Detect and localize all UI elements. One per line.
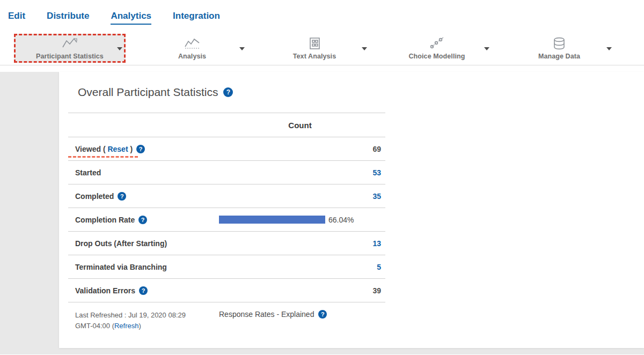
chevron-down-icon[interactable]	[239, 47, 245, 50]
last-refreshed: Last Refreshed : Jul 19, 2020 08:29 GMT-…	[75, 310, 219, 331]
scatter-chart-icon	[428, 36, 445, 50]
table-row-validation-errors: Validation Errors 39	[68, 279, 385, 302]
toolbar-item-text-analysis[interactable]: Text Analysis	[253, 33, 376, 63]
page: Edit Distribute Analytics Integration Pa…	[0, 0, 644, 355]
count-column-header: Count	[215, 121, 385, 130]
viewed-label: Viewed ( Reset )	[75, 145, 133, 153]
reset-link[interactable]: Reset	[107, 145, 128, 153]
last-refreshed-line1: Last Refreshed : Jul 19, 2020 08:29	[75, 311, 186, 319]
row-label: Validation Errors	[68, 286, 215, 295]
row-value: 35	[215, 192, 385, 201]
row-value: 53	[215, 168, 385, 177]
completed-label: Completed	[75, 192, 114, 201]
row-label: Completion Rate	[68, 216, 215, 224]
toolbar-label: Manage Data	[538, 53, 580, 60]
row-value: 69	[215, 145, 385, 153]
chevron-down-icon[interactable]	[362, 47, 367, 50]
completion-rate-value: 66.04%	[328, 216, 354, 224]
participant-statistics-card: Overall Participant Statistics Count Vie…	[59, 72, 644, 348]
toolbar-label: Participant Statistics	[36, 53, 104, 60]
toolbar-item-participant-statistics[interactable]: Participant Statistics	[9, 33, 131, 63]
table-row-terminated: Terminated via Branching 5	[68, 255, 385, 279]
response-rates-explained: Response Rates - Explained	[219, 310, 327, 319]
validation-errors-label: Validation Errors	[75, 286, 135, 295]
drop-outs-label: Drop Outs (After Starting)	[75, 239, 167, 248]
last-refreshed-line2-suffix: )	[139, 322, 141, 330]
toolbar-item-analysis[interactable]: Analysis	[131, 33, 253, 63]
help-icon[interactable]	[136, 145, 145, 153]
completion-rate-cell: 66.04%	[215, 216, 385, 224]
chevron-down-icon[interactable]	[484, 47, 489, 50]
table-row-started: Started 53	[68, 161, 385, 184]
page-title: Overall Participant Statistics	[78, 86, 218, 99]
row-label: Viewed ( Reset )	[68, 145, 215, 153]
annotation-underline	[68, 156, 138, 158]
table-row-completed: Completed 35	[68, 184, 385, 208]
top-header: Edit Distribute Analytics Integration Pa…	[0, 0, 644, 65]
table-row-viewed: Viewed ( Reset ) 69	[68, 137, 385, 161]
line-chart-icon	[61, 36, 78, 50]
row-label: Completed	[68, 192, 215, 201]
area-chart-icon	[184, 36, 201, 50]
help-icon[interactable]	[138, 216, 147, 224]
toolbar-stack: Choice Modelling	[408, 36, 465, 60]
help-icon[interactable]	[318, 310, 327, 319]
table-header-row: Count	[68, 113, 385, 137]
chevron-down-icon[interactable]	[117, 47, 122, 50]
main-nav: Edit Distribute Analytics Integration	[0, 0, 644, 31]
toolbar-item-manage-data[interactable]: Manage Data	[498, 33, 620, 63]
row-value: 39	[215, 286, 385, 295]
toolbar-stack: Text Analysis	[293, 36, 336, 60]
row-value: 13	[215, 239, 385, 248]
toolbar-label: Choice Modelling	[408, 53, 465, 60]
nav-distribute[interactable]: Distribute	[47, 11, 89, 25]
nav-edit[interactable]: Edit	[8, 11, 25, 25]
nav-analytics[interactable]: Analytics	[111, 11, 151, 25]
toolbar-label: Text Analysis	[293, 53, 336, 60]
last-refreshed-line2: GMT-04:00 (	[75, 322, 114, 330]
chevron-down-icon[interactable]	[606, 47, 612, 50]
started-label: Started	[75, 168, 101, 177]
toolbar-stack: Analysis	[178, 36, 206, 60]
toolbar-label: Analysis	[178, 53, 206, 60]
row-label: Drop Outs (After Starting)	[68, 239, 215, 248]
table-row-drop-outs: Drop Outs (After Starting) 13	[68, 232, 385, 255]
database-icon	[551, 36, 568, 50]
refresh-link[interactable]: Refresh	[114, 322, 139, 330]
card-title-row: Overall Participant Statistics	[59, 72, 644, 99]
row-label: Started	[68, 168, 215, 177]
text-grid-icon	[306, 36, 323, 50]
statistics-table: Count Viewed ( Reset ) 69 Started 53	[68, 113, 385, 302]
nav-integration[interactable]: Integration	[173, 11, 220, 25]
toolbar-item-choice-modelling[interactable]: Choice Modelling	[376, 33, 498, 63]
completion-rate-bar	[219, 216, 325, 224]
content-area: Overall Participant Statistics Count Vie…	[0, 72, 644, 354]
help-icon[interactable]	[223, 87, 233, 97]
row-label: Terminated via Branching	[68, 263, 215, 271]
completion-rate-label: Completion Rate	[75, 216, 135, 224]
help-icon[interactable]	[139, 286, 148, 295]
terminated-label: Terminated via Branching	[75, 263, 167, 271]
toolbar-stack: Manage Data	[538, 36, 580, 60]
row-value: 5	[215, 263, 385, 271]
card-footer: Last Refreshed : Jul 19, 2020 08:29 GMT-…	[75, 310, 644, 331]
help-icon[interactable]	[118, 192, 126, 201]
analytics-toolbar: Participant Statistics Analysis	[0, 31, 644, 65]
toolbar-stack: Participant Statistics	[36, 36, 104, 60]
response-rates-label: Response Rates - Explained	[219, 310, 314, 319]
table-row-completion-rate: Completion Rate 66.04%	[68, 208, 385, 232]
